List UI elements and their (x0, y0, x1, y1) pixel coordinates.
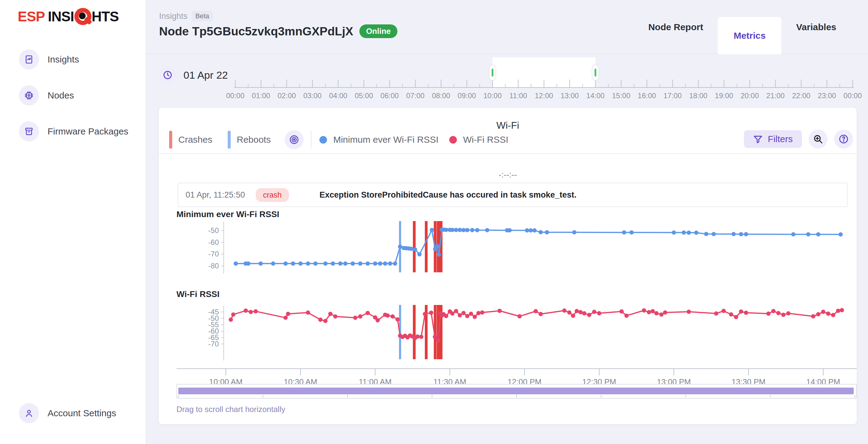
data-point[interactable] (461, 228, 466, 232)
crash-marker-line[interactable] (413, 221, 416, 272)
data-point[interactable] (353, 316, 358, 320)
data-point[interactable] (811, 314, 815, 318)
data-point[interactable] (461, 311, 466, 315)
data-point[interactable] (433, 335, 437, 339)
data-point[interactable] (450, 228, 455, 232)
data-point[interactable] (228, 318, 233, 322)
data-point[interactable] (497, 308, 502, 313)
data-point[interactable] (378, 261, 382, 266)
sidebar-item-nodes[interactable]: Nodes (0, 81, 146, 110)
data-point[interactable] (776, 311, 780, 315)
data-point[interactable] (694, 231, 699, 235)
data-point[interactable] (437, 253, 441, 257)
data-point[interactable] (744, 311, 748, 315)
min-rssi-legend-label[interactable]: Minimum ever Wi-Fi RSSI (333, 135, 438, 145)
data-point[interactable] (786, 312, 790, 316)
data-point[interactable] (721, 309, 726, 313)
data-point[interactable] (249, 310, 253, 314)
data-point[interactable] (642, 308, 646, 313)
data-point[interactable] (480, 310, 484, 315)
reboots-legend-label[interactable]: Reboots (237, 135, 271, 145)
sidebar-item-account-settings[interactable]: Account Settings (0, 399, 146, 427)
data-point[interactable] (398, 244, 402, 249)
data-point[interactable] (435, 244, 439, 248)
data-point[interactable] (283, 261, 288, 266)
data-point[interactable] (838, 232, 843, 237)
data-point[interactable] (562, 308, 566, 313)
data-point[interactable] (423, 312, 427, 316)
data-point[interactable] (409, 247, 413, 251)
data-point[interactable] (323, 319, 328, 323)
data-point[interactable] (620, 309, 624, 314)
data-point[interactable] (373, 261, 377, 266)
data-point[interactable] (333, 315, 337, 319)
data-point[interactable] (475, 228, 479, 232)
data-point[interactable] (622, 230, 626, 235)
data-point[interactable] (231, 312, 236, 317)
data-point[interactable] (816, 232, 820, 236)
data-point[interactable] (396, 317, 400, 321)
data-point[interactable] (391, 315, 395, 319)
data-point[interactable] (415, 334, 420, 339)
data-point[interactable] (338, 261, 343, 266)
data-point[interactable] (291, 261, 295, 266)
data-point[interactable] (393, 261, 397, 266)
data-point[interactable] (313, 261, 317, 266)
data-point[interactable] (469, 312, 473, 316)
data-point[interactable] (532, 228, 537, 233)
data-point[interactable] (704, 232, 708, 236)
chart-horizontal-scrollbar[interactable] (177, 384, 857, 398)
data-point[interactable] (791, 232, 796, 236)
crashes-legend-label[interactable]: Crashes (178, 135, 212, 145)
crash-event-row[interactable]: 01 Apr, 11:25:50 crash Exception StorePr… (178, 183, 847, 207)
data-point[interactable] (712, 232, 716, 236)
data-point[interactable] (258, 261, 263, 266)
data-point[interactable] (318, 318, 322, 322)
data-point[interactable] (806, 232, 810, 236)
data-point[interactable] (538, 312, 543, 316)
data-point[interactable] (545, 230, 549, 235)
data-point[interactable] (430, 228, 434, 232)
data-point[interactable] (454, 309, 458, 313)
brush-handle-right[interactable] (592, 65, 599, 81)
crash-marker-line[interactable] (413, 305, 416, 359)
data-point[interactable] (771, 309, 776, 313)
data-point[interactable] (528, 228, 533, 233)
data-point[interactable] (572, 230, 576, 235)
data-point[interactable] (436, 338, 440, 343)
data-point[interactable] (444, 228, 448, 232)
data-point[interactable] (375, 318, 380, 322)
data-point[interactable] (419, 335, 423, 339)
data-point[interactable] (739, 232, 743, 236)
data-point[interactable] (417, 252, 422, 257)
data-point[interactable] (271, 261, 275, 266)
data-point[interactable] (458, 313, 462, 318)
data-point[interactable] (629, 230, 633, 235)
data-point[interactable] (518, 314, 522, 318)
data-point[interactable] (328, 312, 333, 316)
data-point[interactable] (836, 308, 840, 313)
data-point[interactable] (246, 261, 250, 266)
data-point[interactable] (766, 312, 771, 316)
brush-handle-left[interactable] (489, 65, 496, 81)
data-point[interactable] (672, 231, 676, 235)
data-point[interactable] (538, 230, 543, 234)
tab-metrics[interactable]: Metrics (718, 17, 781, 54)
min-rssi-chart[interactable]: -50-60-70-80 (177, 217, 857, 275)
data-point[interactable] (470, 228, 474, 232)
data-point[interactable] (299, 261, 303, 266)
data-point[interactable] (663, 310, 667, 315)
data-point[interactable] (579, 310, 583, 315)
data-point[interactable] (331, 261, 335, 266)
data-point[interactable] (597, 311, 601, 315)
data-point[interactable] (306, 261, 310, 266)
data-point[interactable] (582, 312, 586, 316)
data-point[interactable] (234, 261, 238, 266)
data-point[interactable] (840, 308, 844, 312)
data-point[interactable] (534, 309, 538, 314)
data-point[interactable] (654, 311, 659, 315)
data-point[interactable] (507, 228, 512, 232)
data-point[interactable] (624, 314, 629, 318)
data-point[interactable] (366, 261, 370, 266)
data-point[interactable] (687, 309, 691, 314)
